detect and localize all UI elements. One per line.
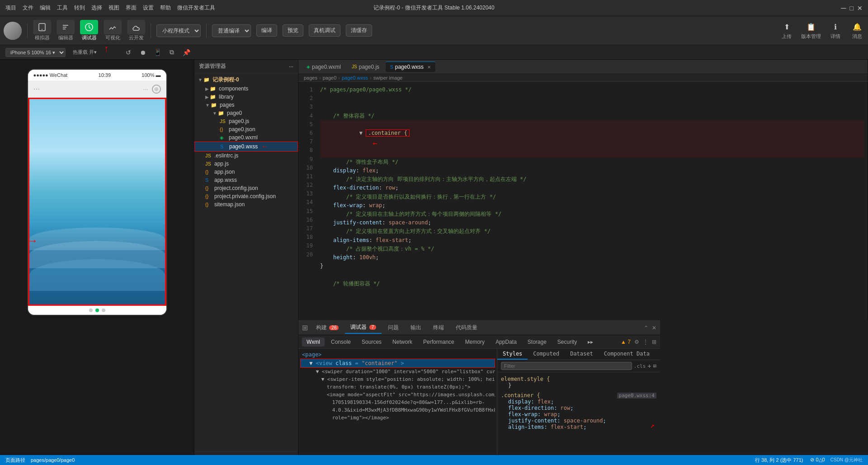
translate-selector[interactable]: 普通编译: [212, 24, 251, 37]
file-page0-json[interactable]: {} page0.json: [194, 125, 298, 133]
file-page0-wxss[interactable]: S page0.wxss ←: [194, 142, 298, 152]
dt-tab-icon[interactable]: ⊞: [302, 323, 308, 332]
devtools-subtab-security[interactable]: Security: [553, 337, 581, 346]
simulator-tool[interactable]: 模拟器: [33, 20, 51, 41]
phone-button[interactable]: 📱: [152, 47, 163, 58]
styles-add-button[interactable]: +: [647, 362, 651, 370]
devtools-tab-terminal[interactable]: 终端: [428, 322, 449, 333]
debugger-tool[interactable]: 调试器: [80, 20, 98, 41]
breadcrumb-pages[interactable]: pages: [304, 75, 317, 81]
folder-components[interactable]: ▶ 📁 components: [194, 85, 298, 93]
menu-item-view[interactable]: 视图: [108, 4, 119, 12]
menu-item-edit[interactable]: 编辑: [40, 4, 51, 12]
devtools-grid-icon[interactable]: ⊞: [652, 339, 656, 345]
minimize-button[interactable]: ─: [841, 4, 846, 12]
breadcrumb-swiper[interactable]: swiper image: [373, 75, 403, 81]
breadcrumb-wxss[interactable]: page0.wxss: [342, 75, 368, 81]
file-page0-js[interactable]: JS page0.js: [194, 117, 298, 125]
devtools-subtab-sources[interactable]: Sources: [357, 337, 386, 346]
menu-item-select[interactable]: 选择: [91, 4, 102, 12]
device-selector[interactable]: iPhone 5 100% 16 ▾: [5, 48, 66, 57]
cloud-tool[interactable]: 云开发: [127, 20, 145, 41]
file-app-js[interactable]: JS app.js: [194, 160, 298, 168]
file-page0-wxml[interactable]: ◈ page0.wxml: [194, 133, 298, 142]
notify-action[interactable]: 🔔 消息: [850, 21, 864, 40]
devtools-tab-issues[interactable]: 问题: [382, 322, 404, 333]
menu-item-file[interactable]: 文件: [23, 4, 33, 12]
file-app-wxss[interactable]: S app.wxss: [194, 176, 298, 184]
devtools-collapse-button[interactable]: ⌃: [644, 325, 648, 331]
dom-line-page[interactable]: <page>: [300, 351, 495, 359]
devtools-subtab-more[interactable]: ▸▸: [583, 337, 598, 346]
refresh-button[interactable]: ↺: [123, 47, 134, 58]
devtools-subtab-performance[interactable]: Performance: [419, 337, 459, 346]
devtools-subtab-wxml[interactable]: Wxml: [302, 337, 325, 346]
devtools-tab-quality[interactable]: 代码质量: [450, 322, 483, 333]
styles-tab-computed[interactable]: Computed: [528, 349, 565, 360]
devtools-subtab-network[interactable]: Network: [388, 337, 417, 346]
devtools-tab-debugger[interactable]: 调试器 7: [345, 322, 382, 334]
menu-item-settings[interactable]: 设置: [143, 4, 154, 12]
project-root[interactable]: ▼ 📁 记录例程-0: [194, 75, 298, 85]
dom-line-image[interactable]: <image mode="aspectFit" src="https://ima…: [300, 391, 495, 399]
styles-tab-styles[interactable]: Styles: [497, 349, 528, 360]
clear-button[interactable]: 清缓存: [346, 24, 372, 37]
devtools-close-button[interactable]: ✕: [652, 325, 656, 331]
file-project-config[interactable]: {} project.config.json: [194, 184, 298, 192]
dom-line-transform[interactable]: transform: translate(0%, 0px) translateZ…: [300, 383, 495, 391]
menu-item-ui[interactable]: 界面: [126, 4, 137, 12]
copy-button[interactable]: ⧉: [166, 47, 177, 58]
version-action[interactable]: 📋 版本管理: [801, 21, 821, 40]
tab-page0-js[interactable]: JS page0.js: [347, 62, 384, 72]
record-button[interactable]: ⏺: [137, 47, 148, 58]
tab-page0-wxml[interactable]: ◈ page0.wxml: [302, 62, 345, 72]
menu-item-project[interactable]: 项目: [5, 4, 16, 12]
devtools-tab-build[interactable]: 构建 26: [311, 322, 344, 333]
pin-button[interactable]: 📌: [181, 47, 192, 58]
devtools-subtab-console[interactable]: Console: [326, 337, 355, 346]
styles-tab-dataset[interactable]: Dataset: [565, 349, 599, 360]
menu-bar[interactable]: 项目 文件 编辑 工具 转到 选择 视图 界面 设置 帮助 微信开发者工具: [5, 4, 215, 12]
mode-selector[interactable]: 小程序模式: [156, 24, 201, 37]
tab-page0-wxss[interactable]: S page0.wxss ✕: [386, 62, 435, 72]
styles-expand-button[interactable]: ⊞: [653, 363, 656, 369]
menu-item-wechat-tools[interactable]: 微信开发者工具: [177, 4, 215, 12]
folder-page0[interactable]: ▼ 📁 page0: [194, 109, 298, 117]
detail-action[interactable]: ℹ 详情: [828, 21, 843, 40]
devtools-settings-icon[interactable]: ⚙: [634, 339, 639, 345]
translate-button[interactable]: 编译: [256, 24, 277, 37]
dom-line-swiper[interactable]: ▼ <swiper duration="1000" interval="5000…: [300, 368, 495, 375]
dom-line-role[interactable]: role="img"></image>: [300, 414, 495, 422]
file-app-json[interactable]: {} app.json: [194, 168, 298, 176]
code-editor-content[interactable]: /* pages/page0/page0.wxss */ /* 整体容器 */ …: [316, 82, 868, 320]
visualize-tool[interactable]: 可视化: [104, 20, 122, 41]
dom-line-container[interactable]: ▼ <view class = "container" >: [300, 359, 495, 368]
preview-button[interactable]: 预览: [283, 24, 303, 37]
styles-filter-input[interactable]: [501, 362, 632, 370]
menu-item-goto[interactable]: 转到: [74, 4, 85, 12]
editor-tool[interactable]: 编辑器: [57, 20, 75, 41]
dom-line-src2[interactable]: 4.0.3&ixid=M3wxMjA3fDB8MHxwaG90by1wYWdlF…: [300, 406, 495, 414]
file-project-private-config[interactable]: {} project.private.config.json: [194, 192, 298, 200]
hot-reload-toggle[interactable]: 热重载 开▾: [73, 49, 97, 56]
file-sitemap-json[interactable]: {} sitemap.json: [194, 200, 298, 209]
file-eslintrc[interactable]: JS .eslintrc.js: [194, 152, 298, 160]
devtools-subtab-memory[interactable]: Memory: [461, 337, 489, 346]
devtools-more-icon[interactable]: ⋮: [643, 339, 648, 345]
folder-pages[interactable]: ▼ 📁 pages: [194, 101, 298, 109]
menu-item-help[interactable]: 帮助: [160, 4, 171, 12]
real-test-button[interactable]: 真机调试: [309, 24, 340, 37]
devtools-subtab-storage[interactable]: Storage: [523, 337, 551, 346]
file-panel-menu[interactable]: ···: [289, 63, 293, 70]
devtools-tab-output[interactable]: 输出: [405, 322, 427, 333]
devtools-subtab-appdata[interactable]: AppData: [491, 337, 521, 346]
dom-line-src1[interactable]: 1705198190334-156df02024de?q=80&w=177...…: [300, 399, 495, 406]
upload-action[interactable]: ⬆ 上传: [779, 21, 794, 40]
style-source-link[interactable]: page0.wxss:4: [617, 393, 656, 399]
styles-tab-component-data[interactable]: Component Data: [599, 349, 655, 360]
dom-line-swiper-item[interactable]: ▼ <swiper-item style="position: absolute…: [300, 375, 495, 383]
close-button[interactable]: ✕: [857, 5, 863, 12]
styles-cls-button[interactable]: .cls: [634, 363, 646, 369]
folder-library[interactable]: ▶ 📁 library: [194, 93, 298, 101]
maximize-button[interactable]: □: [850, 5, 854, 12]
